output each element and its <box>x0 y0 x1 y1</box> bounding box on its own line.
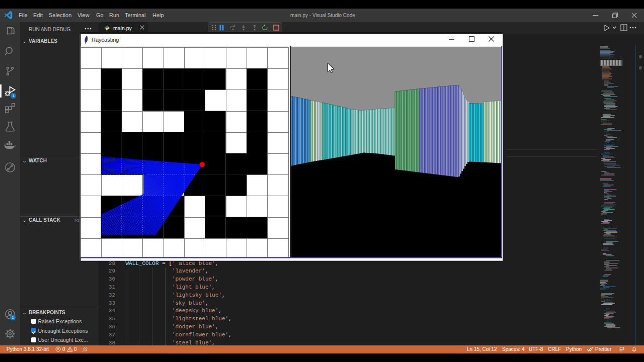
svg-text:Raycasting: Raycasting <box>92 37 119 43</box>
